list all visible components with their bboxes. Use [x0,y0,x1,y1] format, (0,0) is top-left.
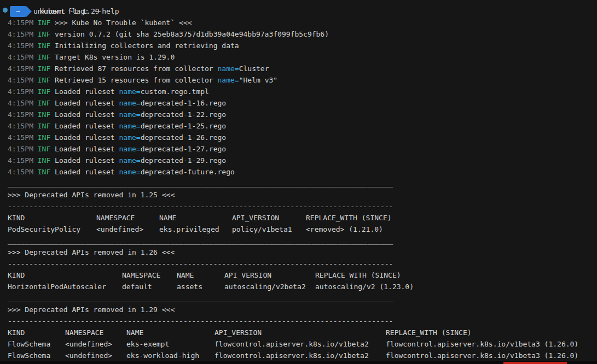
log-message: Retrieved 15 resources from collector [55,76,217,84]
section-separator-top: ________________________________________… [8,178,597,189]
table-cell: flowcontrol.apiserver.k8s.io/v1beta3 (1.… [386,338,578,350]
log-timestamp: 4:15PM [8,110,33,119]
table-header-cell: NAME [126,327,215,338]
log-timestamp: 4:15PM [8,19,33,27]
log-level-badge: INF [38,53,50,61]
log-message: "Helm v3" [239,76,277,84]
log-timestamp: 4:15PM [8,156,33,165]
log-level-badge: INF [38,133,50,142]
table-header-cell: NAMESPACE [96,212,159,224]
log-timestamp: 4:15PM [8,99,33,107]
table-header-cell: NAME [159,212,232,224]
log-line: 4:15PM INF Retrieved 15 resources from c… [8,74,597,86]
table-cell: eks-workload-high [126,350,215,361]
log-message: deprecated-1-27.rego [141,145,227,153]
log-output: 4:15PM INF >>> Kube No Trouble `kubent` … [8,17,597,178]
table-header-cell: KIND [8,212,96,224]
log-message: Loaded ruleset [55,110,119,119]
log-message: Loaded ruleset [55,87,119,96]
log-field-key: name= [119,133,141,142]
log-timestamp: 4:15PM [8,168,33,176]
log-field-key: name= [119,87,141,96]
table-header-cell: API_VERSION [232,212,306,224]
table-header-cell: NAMESPACE [122,269,177,281]
table-cell: assets [177,281,224,292]
log-level-badge: INF [38,168,50,176]
section-separator-bottom: ----------------------------------------… [8,201,597,212]
log-message: Loaded ruleset [55,168,119,176]
table-header-cell: API_VERSION [215,327,386,338]
section-title: >>> Deprecated APIs removed in 1.25 <<< [8,189,597,201]
table-cell: policy/v1beta1 [232,224,306,235]
log-level-badge: INF [38,42,50,50]
log-line: 4:15PM INF Loaded ruleset name=deprecate… [8,166,597,178]
log-line: 4:15PM INF Loaded ruleset name=deprecate… [8,132,597,143]
table-cell: <undefined> [96,224,159,235]
log-level-badge: INF [38,76,50,84]
log-message: deprecated-future.rego [141,168,235,176]
log-field-key: name= [119,145,141,153]
log-timestamp: 4:15PM [8,87,33,96]
table-cell: <undefined> [65,350,126,361]
log-timestamp: 4:15PM [8,30,33,38]
log-level-badge: INF [38,122,50,130]
table-cell: flowcontrol.apiserver.k8s.io/v1beta2 [215,350,386,361]
log-field-key: name= [119,110,141,119]
log-line: 4:15PM INF Loaded ruleset name=deprecate… [8,97,597,109]
log-level-badge: INF [38,145,50,153]
log-level-badge: INF [38,19,50,27]
table-header-cell: REPLACE_WITH (SINCE) [306,212,392,224]
table-header-row: KINDNAMESPACENAMEAPI_VERSIONREPLACE_WITH… [8,269,597,281]
log-line: 4:15PM INF Loaded ruleset name=deprecate… [8,143,597,155]
log-line: 4:15PM INF Initializing collectors and r… [8,40,597,51]
table-header-cell: API_VERSION [224,269,315,281]
command-block-indicator-dot [3,8,8,13]
table-cell: FlowSchema [8,350,65,361]
deprecation-report: ________________________________________… [8,178,597,361]
log-message: deprecated-1-16.rego [141,99,227,107]
log-level-badge: INF [38,87,50,96]
log-message: Loaded ruleset [55,145,119,153]
prompt-directory-label: ~ [16,5,20,17]
terminal-window: unknown flag: --help ~ kubent -t 1.29 4:… [0,0,597,364]
log-message: Retrieved 87 resources from collector [55,64,217,73]
log-message: Target K8s version is 1.29.0 [55,53,175,61]
section-separator-top: ________________________________________… [8,292,597,304]
table-row: PodSecurityPolicy<undefined>eks.privileg… [8,224,597,235]
log-message: Loaded ruleset [55,133,119,142]
log-line: 4:15PM INF Loaded ruleset name=deprecate… [8,109,597,120]
log-message: deprecated-1-29.rego [141,156,227,165]
table-header-cell: NAME [177,269,224,281]
log-message: deprecated-1-25.rego [141,122,227,130]
horizontal-scrollbar-track[interactable] [0,361,597,364]
table-cell: autoscaling/v2beta2 [224,281,315,292]
previous-command-output: unknown flag: --help [8,0,597,5]
table-cell: FlowSchema [8,338,65,350]
log-timestamp: 4:15PM [8,64,33,73]
log-line: 4:15PM INF Loaded ruleset name=deprecate… [8,155,597,166]
log-level-badge: INF [38,64,50,73]
log-timestamp: 4:15PM [8,53,33,61]
command-input[interactable]: kubent -t 1.29 [39,5,100,17]
table-header-row: KINDNAMESPACENAMEAPI_VERSIONREPLACE_WITH… [8,327,597,338]
table-header-cell: REPLACE_WITH (SINCE) [315,269,401,281]
log-message: deprecated-1-22.rego [141,110,227,119]
table-cell: default [122,281,177,292]
prompt-line: ~ kubent -t 1.29 [8,5,597,17]
log-line: 4:15PM INF version 0.7.2 (git sha 25eb8a… [8,28,597,40]
table-header-cell: KIND [8,327,65,338]
table-cell: flowcontrol.apiserver.k8s.io/v1beta2 [215,338,386,350]
log-message: >>> Kube No Trouble `kubent` <<< [55,19,192,27]
table-cell: PodSecurityPolicy [8,224,96,235]
table-header-cell: NAMESPACE [65,327,126,338]
log-timestamp: 4:15PM [8,145,33,153]
table-cell: flowcontrol.apiserver.k8s.io/v1beta3 (1.… [386,350,578,361]
log-line: 4:15PM INF >>> Kube No Trouble `kubent` … [8,17,597,28]
scrollbar-thumb-red[interactable] [503,362,567,364]
log-field-key: name= [119,156,141,165]
table-row: HorizontalPodAutoscalerdefaultassetsauto… [8,281,597,292]
log-message: version 0.7.2 (git sha 25eb8a3757d1db39a… [55,30,329,38]
section-title: >>> Deprecated APIs removed in 1.26 <<< [8,246,597,258]
table-cell: eks-exempt [126,338,215,350]
log-message: Loaded ruleset [55,99,119,107]
